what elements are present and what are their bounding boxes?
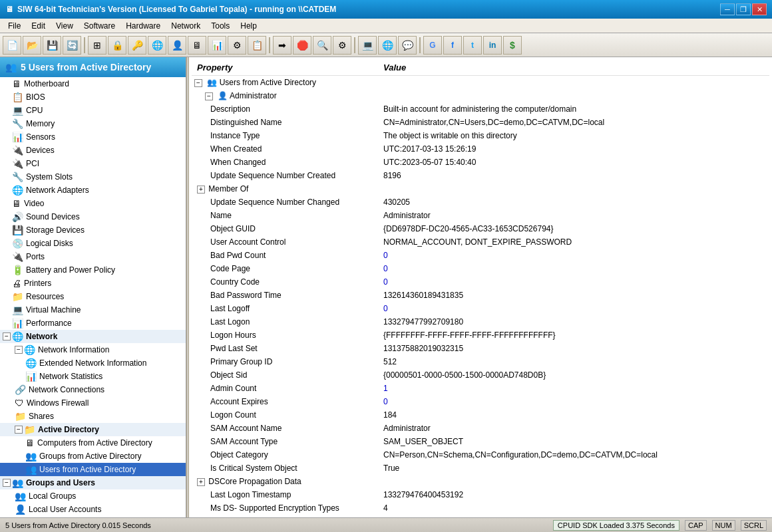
tree-item-network-info[interactable]: − 🌐 Network Information — [0, 343, 186, 356]
app-icon: 🖥 — [5, 5, 13, 14]
value-cell: 0 — [378, 395, 769, 408]
menu-view[interactable]: View — [51, 20, 79, 32]
toolbar-tw[interactable]: t — [463, 36, 482, 55]
toolbar-network2[interactable]: 🌐 — [378, 36, 397, 55]
value-cell: NORMAL_ACCOUNT, DONT_EXPIRE_PASSWORD — [378, 235, 769, 249]
window-controls[interactable]: ─ ❐ ✕ — [720, 3, 767, 15]
prop-expand[interactable]: + — [197, 478, 205, 486]
menu-help[interactable]: Help — [235, 20, 262, 32]
toolbar-settings2[interactable]: ⚙ — [333, 36, 351, 55]
menu-edit[interactable]: Edit — [26, 20, 51, 32]
tree-item-sensors[interactable]: 📊 Sensors — [0, 130, 186, 144]
network-info-expand[interactable]: − — [15, 346, 23, 354]
property-cell: Logon Count — [192, 408, 378, 422]
tree-item-computers-ad[interactable]: 🖥 Computers from Active Directory — [0, 436, 186, 450]
value-cell: SAM_USER_OBJECT — [378, 435, 769, 448]
menu-file[interactable]: File — [3, 20, 26, 32]
toolbar-refresh[interactable]: 🔄 — [63, 36, 81, 55]
tree-item-resources[interactable]: 📁 Resources — [0, 290, 186, 303]
toolbar-chart[interactable]: 📊 — [208, 36, 226, 55]
minimize-button[interactable]: ─ — [720, 3, 735, 15]
tree-item-motherboard[interactable]: 🖥 Motherboard — [0, 77, 186, 90]
menu-tools[interactable]: Tools — [206, 20, 235, 32]
tree-item-domain-groups[interactable]: 👥 Domain Groups — [0, 516, 186, 517]
cpu-icon: 💻 — [12, 105, 23, 116]
menu-hardware[interactable]: Hardware — [120, 20, 166, 32]
tree-item-local-groups[interactable]: 👥 Local Groups — [0, 489, 186, 503]
toolbar-sep2 — [269, 37, 270, 53]
toolbar-doc[interactable]: 📋 — [248, 36, 266, 55]
table-row: Logon Hours{FFFFFFFF-FFFF-FFFF-FFFF-FFFF… — [192, 329, 769, 342]
resources-icon: 📁 — [12, 291, 23, 302]
tree-item-users-ad[interactable]: 👥 Users from Active Directory — [0, 463, 186, 476]
tree-item-memory[interactable]: 🔧 Memory — [0, 117, 186, 130]
table-row: Ms DS- Supported Encryption Types4 — [192, 501, 769, 515]
value-cell: 0 — [378, 249, 769, 262]
toolbar-save[interactable]: 💾 — [43, 36, 61, 55]
menu-network[interactable]: Network — [166, 20, 206, 32]
ad-expand[interactable]: − — [15, 426, 23, 434]
toolbar-google[interactable]: G — [423, 36, 442, 55]
tree-container[interactable]: 🖥 Motherboard 📋 BIOS 💻 CPU 🔧 Memory 📊 Se… — [0, 77, 186, 517]
value-cell: UTC:2023-05-07 15:40:40 — [378, 156, 769, 169]
tree-item-sound[interactable]: 🔊 Sound Devices — [0, 210, 186, 223]
table-row: When ChangedUTC:2023-05-07 15:40:40 — [192, 156, 769, 169]
system-slots-icon: 🔧 — [12, 172, 23, 182]
tree-item-network-adapters[interactable]: 🌐 Network Adapters — [0, 184, 186, 197]
tree-item-groups-ad[interactable]: 👥 Groups from Active Directory — [0, 450, 186, 463]
memory-icon: 🔧 — [12, 118, 23, 129]
tree-item-network-stats[interactable]: 📊 Network Statistics — [0, 370, 186, 383]
tree-item-video[interactable]: 🖥 Video — [0, 197, 186, 210]
tree-item-bios[interactable]: 📋 BIOS — [0, 90, 186, 104]
tree-item-network-section[interactable]: − 🌐 Network — [0, 330, 186, 343]
tree-item-cpu[interactable]: 💻 CPU — [0, 104, 186, 117]
toolbar-key[interactable]: 🔑 — [128, 36, 146, 55]
toolbar-user[interactable]: 👤 — [168, 36, 186, 55]
tree-item-groups-users-section[interactable]: − 👥 Groups and Users — [0, 476, 186, 489]
property-cell: User Account Control — [192, 235, 378, 249]
col-value: Value — [378, 60, 769, 76]
toolbar-gear[interactable]: ⚙ — [228, 36, 246, 55]
toolbar-monitor[interactable]: 🖥 — [188, 36, 206, 55]
toolbar-search-web[interactable]: 🔍 — [313, 36, 331, 55]
tree-item-shares[interactable]: 📁 Shares — [0, 410, 186, 423]
prop-expand[interactable]: + — [197, 186, 205, 194]
tree-item-pci[interactable]: 🔌 PCI — [0, 157, 186, 170]
toolbar-chat[interactable]: 💬 — [398, 36, 417, 55]
section-expand[interactable]: − — [194, 79, 202, 87]
network-expand[interactable]: − — [3, 332, 11, 340]
tree-item-local-user-accounts[interactable]: 👤 Local User Accounts — [0, 503, 186, 516]
toolbar-dollar[interactable]: $ — [503, 36, 522, 55]
value-cell: {DD6978DF-DC20-4565-AC33-1653CD526794} — [378, 222, 769, 235]
tree-item-performance[interactable]: 📊 Performance — [0, 317, 186, 330]
right-content[interactable]: Property Value − 👥 Users from Active Dir… — [189, 57, 772, 517]
tree-item-system-slots[interactable]: 🔧 System Slots — [0, 170, 186, 184]
groups-users-expand[interactable]: − — [3, 479, 11, 487]
tree-item-logical-disks[interactable]: 💿 Logical Disks — [0, 237, 186, 250]
tree-item-battery[interactable]: 🔋 Battery and Power Policy — [0, 263, 186, 277]
tree-item-printers[interactable]: 🖨 Printers — [0, 277, 186, 290]
user-expand[interactable]: − — [205, 92, 213, 100]
toolbar-open[interactable]: 📂 — [23, 36, 41, 55]
menu-software[interactable]: Software — [79, 20, 120, 32]
toolbar-lock[interactable]: 🔒 — [108, 36, 126, 55]
tree-item-storage[interactable]: 💾 Storage Devices — [0, 223, 186, 237]
toolbar-globe[interactable]: 🌐 — [148, 36, 166, 55]
tree-item-ad-section[interactable]: − 📁 Active Directory — [0, 423, 186, 436]
toolbar-new[interactable]: 📄 — [3, 36, 21, 55]
tree-item-extended-network[interactable]: 🌐 Extended Network Information — [0, 356, 186, 370]
tree-item-network-conn[interactable]: 🔗 Network Connections — [0, 383, 186, 396]
toolbar-fb[interactable]: f — [443, 36, 462, 55]
tree-item-windows-firewall[interactable]: 🛡 Windows Firewall — [0, 396, 186, 410]
tree-item-ports[interactable]: 🔌 Ports — [0, 250, 186, 263]
tree-item-devices[interactable]: 🔌 Devices — [0, 144, 186, 157]
property-cell: Last Logoff — [192, 302, 378, 315]
restore-button[interactable]: ❐ — [736, 3, 751, 15]
toolbar-stop[interactable]: 🛑 — [293, 36, 311, 55]
toolbar-windows[interactable]: ⊞ — [88, 36, 106, 55]
close-button[interactable]: ✕ — [752, 3, 767, 15]
toolbar-arrow[interactable]: ➡ — [273, 36, 291, 55]
tree-item-virtual-machine[interactable]: 💻 Virtual Machine — [0, 303, 186, 317]
toolbar-computer[interactable]: 💻 — [358, 36, 377, 55]
toolbar-li[interactable]: in — [483, 36, 502, 55]
